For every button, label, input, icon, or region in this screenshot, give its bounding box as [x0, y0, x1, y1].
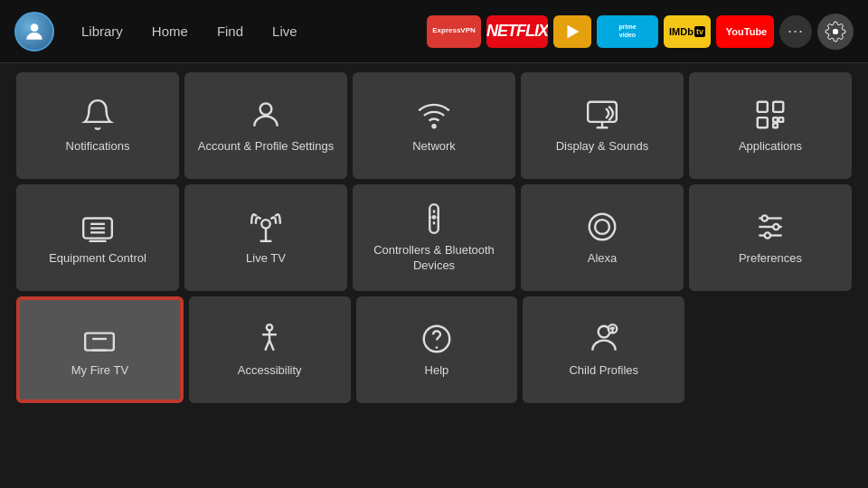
svg-point-6 — [260, 103, 272, 115]
firetv-icon — [82, 322, 117, 356]
tile-preferences[interactable]: Preferences — [689, 184, 852, 291]
tile-equipment-label: Equipment Control — [49, 251, 146, 267]
person-icon — [249, 98, 283, 132]
tile-child-profiles[interactable]: Child Profiles — [523, 296, 684, 403]
tv-icon — [80, 210, 115, 244]
tile-account-profile[interactable]: Account & Profile Settings — [184, 72, 347, 179]
tile-alexa-label: Alexa — [588, 251, 618, 267]
remote-icon — [417, 202, 451, 236]
svg-point-37 — [773, 223, 778, 229]
tile-live-tv-label: Live TV — [246, 251, 286, 267]
tile-my-fire-tv[interactable]: My Fire TV — [16, 296, 184, 403]
svg-point-5 — [833, 29, 838, 34]
antenna-icon — [249, 210, 283, 244]
svg-rect-14 — [773, 123, 778, 127]
app-netflix[interactable]: NETFLIX — [486, 15, 548, 48]
tile-alexa[interactable]: Alexa — [521, 184, 684, 291]
app-primevideo[interactable]: primevideo — [597, 15, 658, 48]
bell-icon — [80, 98, 115, 132]
help-icon — [420, 322, 454, 356]
nav-library[interactable]: Library — [69, 18, 136, 44]
svg-rect-15 — [779, 117, 784, 122]
svg-point-36 — [762, 215, 768, 221]
more-button[interactable]: ··· — [779, 15, 812, 48]
grid-tile-empty — [690, 296, 852, 403]
svg-marker-1 — [568, 24, 580, 38]
tile-accessibility[interactable]: Accessibility — [189, 296, 351, 403]
svg-rect-12 — [773, 101, 783, 111]
svg-point-7 — [432, 125, 435, 127]
display-icon — [585, 98, 619, 132]
svg-line-46 — [269, 340, 274, 350]
svg-point-27 — [432, 215, 437, 220]
tile-child-profiles-label: Child Profiles — [569, 363, 638, 379]
tile-network-label: Network — [412, 139, 456, 155]
apps-icon — [753, 98, 788, 132]
tile-live-tv[interactable]: Live TV — [184, 184, 347, 291]
svg-rect-13 — [773, 117, 778, 122]
svg-rect-16 — [758, 117, 768, 127]
tile-notifications-label: Notifications — [66, 139, 130, 155]
grid-row-3: My Fire TV Accessibility — [16, 296, 852, 403]
svg-point-42 — [267, 324, 272, 330]
tile-applications-label: Applications — [739, 139, 802, 155]
tile-notifications[interactable]: Notifications — [16, 72, 179, 179]
app-expressvpn[interactable]: ExpressVPN — [427, 15, 481, 48]
tile-controllers[interactable]: Controllers & Bluetooth Devices — [353, 184, 515, 291]
nav-links: Library Home Find Live — [69, 18, 310, 44]
tile-account-label: Account & Profile Settings — [198, 139, 334, 155]
tile-display-sounds[interactable]: Display & Sounds — [521, 72, 684, 179]
svg-point-48 — [436, 346, 439, 349]
nav-live[interactable]: Live — [259, 18, 310, 44]
alexa-icon — [585, 210, 619, 244]
app-icons: ExpressVPN NETFLIX primevideo IMDbtv You… — [427, 14, 854, 50]
svg-line-45 — [265, 340, 269, 350]
tile-network[interactable]: Network — [353, 72, 515, 179]
tile-help[interactable]: Help — [356, 296, 518, 403]
app-youtube[interactable]: YouTube — [716, 15, 774, 48]
svg-rect-11 — [758, 101, 768, 111]
accessibility-icon — [252, 322, 287, 356]
tile-equipment-control[interactable]: Equipment Control — [16, 184, 179, 291]
app-plex[interactable] — [553, 15, 591, 48]
settings-button[interactable] — [817, 14, 854, 50]
svg-point-38 — [765, 232, 770, 238]
navbar: Library Home Find Live ExpressVPN NETFLI… — [0, 0, 868, 63]
svg-point-32 — [595, 220, 609, 234]
app-imdb[interactable]: IMDbtv — [664, 15, 711, 48]
tile-accessibility-label: Accessibility — [238, 363, 302, 379]
child-icon — [587, 322, 621, 356]
svg-point-22 — [261, 220, 270, 229]
sliders-icon — [753, 210, 788, 244]
tile-applications[interactable]: Applications — [689, 72, 852, 179]
tile-preferences-label: Preferences — [739, 251, 802, 267]
tile-help-label: Help — [425, 363, 449, 379]
tile-display-sounds-label: Display & Sounds — [556, 139, 649, 155]
svg-point-0 — [31, 23, 39, 32]
tile-controllers-label: Controllers & Bluetooth Devices — [360, 243, 508, 274]
wifi-icon — [417, 98, 451, 132]
grid-row-2: Equipment Control Live TV — [16, 184, 852, 291]
svg-rect-39 — [86, 333, 115, 350]
tile-my-fire-tv-label: My Fire TV — [71, 363, 128, 379]
avatar[interactable] — [14, 12, 54, 52]
grid-row-1: Notifications Account & Profile Settings — [16, 72, 852, 179]
nav-home[interactable]: Home — [139, 18, 201, 44]
settings-grid: Notifications Account & Profile Settings — [0, 63, 868, 412]
nav-find[interactable]: Find — [204, 18, 256, 44]
